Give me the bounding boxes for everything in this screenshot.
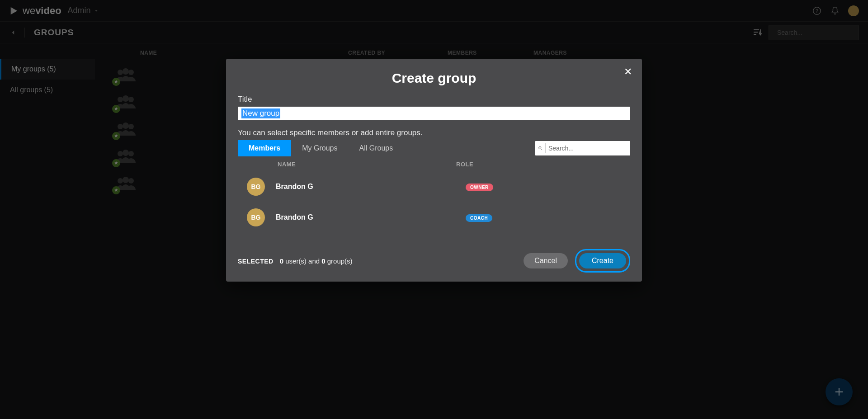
svg-point-18 bbox=[539, 147, 541, 149]
member-name: Brandon G bbox=[276, 213, 466, 221]
tab-label: My Groups bbox=[302, 144, 337, 152]
members-hint: You can select specific members or add e… bbox=[238, 128, 630, 137]
create-button-highlight: Create bbox=[575, 249, 630, 273]
role-badge: OWNER bbox=[466, 184, 493, 191]
modal-title: Create group bbox=[238, 71, 630, 86]
tab-label: All Groups bbox=[359, 144, 393, 152]
member-row[interactable]: BG Brandon G COACH bbox=[238, 202, 630, 233]
members-table-header: NAME ROLE bbox=[238, 156, 630, 171]
member-avatar: BG bbox=[247, 178, 265, 196]
title-input-value: New group bbox=[241, 108, 280, 118]
member-search-input[interactable] bbox=[548, 145, 627, 152]
create-group-modal: ✕ Create group Title New group You can s… bbox=[226, 59, 642, 282]
search-icon bbox=[538, 144, 542, 153]
tab-members[interactable]: Members bbox=[238, 140, 291, 156]
close-button[interactable]: ✕ bbox=[624, 67, 632, 77]
cancel-button[interactable]: Cancel bbox=[524, 253, 568, 268]
button-label: Cancel bbox=[534, 257, 557, 264]
selected-summary: 0 user(s) and 0 group(s) bbox=[280, 257, 353, 265]
button-label: Create bbox=[592, 257, 613, 264]
member-row[interactable]: BG Brandon G OWNER bbox=[238, 171, 630, 202]
tab-my-groups[interactable]: My Groups bbox=[291, 140, 348, 156]
role-badge: COACH bbox=[466, 214, 492, 222]
selected-label: SELECTED bbox=[238, 258, 274, 265]
title-input[interactable]: New group bbox=[238, 107, 630, 120]
mh-role: ROLE bbox=[456, 161, 630, 168]
title-label: Title bbox=[238, 95, 630, 104]
mh-name: NAME bbox=[278, 161, 456, 168]
member-search[interactable] bbox=[535, 141, 630, 155]
member-name: Brandon G bbox=[276, 183, 466, 191]
member-source-tabs: Members My Groups All Groups bbox=[238, 140, 404, 156]
create-button[interactable]: Create bbox=[579, 253, 626, 268]
tab-all-groups[interactable]: All Groups bbox=[349, 140, 404, 156]
member-avatar: BG bbox=[247, 208, 265, 226]
modal-overlay: ✕ Create group Title New group You can s… bbox=[0, 0, 868, 419]
tab-label: Members bbox=[249, 144, 280, 152]
modal-footer: SELECTED 0 user(s) and 0 group(s) Cancel… bbox=[238, 245, 630, 273]
